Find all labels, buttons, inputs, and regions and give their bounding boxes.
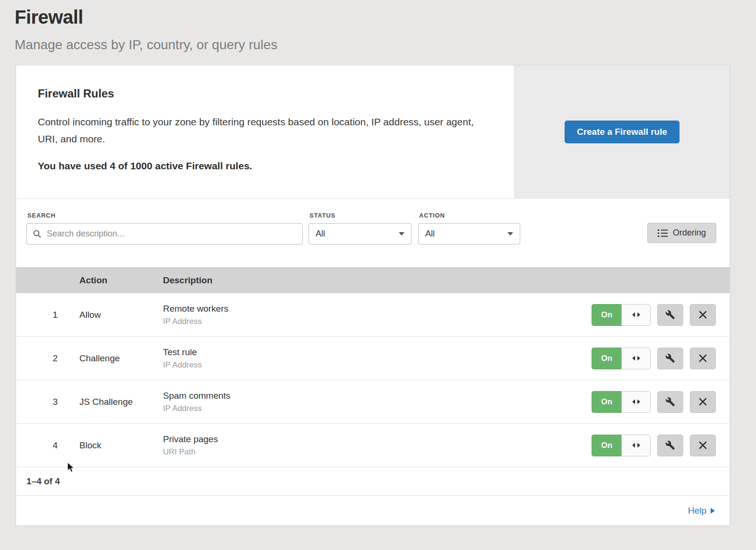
rule-controls: On [592, 304, 716, 326]
page-subtitle: Manage access by IP, country, or query r… [15, 37, 756, 52]
rule-action: Challenge [79, 353, 163, 364]
edit-rule-button[interactable] [657, 435, 683, 456]
edit-rule-button[interactable] [657, 348, 683, 369]
create-firewall-rule-button[interactable]: Create a Firewall rule [565, 121, 679, 143]
rule-toggle[interactable]: On [592, 435, 651, 456]
action-label: ACTION [419, 212, 520, 219]
firewall-rules-info: Firewall Rules Control incoming traffic … [16, 65, 514, 198]
rule-description: Test rule [163, 347, 592, 358]
page-title: Firewall [15, 7, 756, 28]
rule-type: URI Path [163, 447, 592, 457]
rule-description-cell: Test rule IP Address [163, 347, 592, 370]
column-description: Description [163, 275, 730, 286]
firewall-card: Firewall Rules Control incoming traffic … [16, 65, 730, 526]
search-box[interactable] [26, 223, 303, 244]
toggle-arrows-icon[interactable] [621, 391, 651, 413]
ordering-label: Ordering [673, 228, 706, 238]
toggle-arrows-icon[interactable] [621, 304, 651, 326]
delete-rule-button[interactable] [690, 391, 716, 413]
delete-rule-button[interactable] [690, 304, 716, 326]
card-top-section: Firewall Rules Control incoming traffic … [16, 65, 730, 199]
page-header: Firewall Manage access by IP, country, o… [0, 0, 756, 52]
rule-action: Block [79, 440, 163, 451]
right-triangle-icon [711, 508, 715, 514]
search-label: SEARCH [27, 212, 303, 219]
create-rule-panel: Create a Firewall rule [514, 65, 730, 198]
delete-rule-button[interactable] [690, 348, 716, 369]
chevron-down-icon [399, 232, 404, 236]
rule-toggle[interactable]: On [592, 348, 651, 369]
table-row: 2 Challenge Test rule IP Address On [16, 337, 730, 380]
search-input[interactable] [46, 228, 297, 239]
rule-controls: On [592, 391, 716, 413]
status-label: STATUS [309, 212, 412, 219]
toggle-arrows-icon[interactable] [621, 435, 651, 456]
wrench-icon [665, 310, 675, 320]
card-description: Control incoming traffic to your zone by… [38, 113, 486, 147]
help-label: Help [688, 506, 706, 516]
rule-description: Spam comments [163, 391, 592, 401]
rule-description-cell: Spam comments IP Address [163, 391, 592, 413]
ordered-list-icon [658, 229, 668, 237]
delete-rule-button[interactable] [690, 435, 716, 456]
table-row: 3 JS Challenge Spam comments IP Address … [16, 380, 730, 424]
rule-number: 2 [16, 353, 79, 364]
table-header: Action Description [16, 267, 730, 293]
rule-toggle[interactable]: On [592, 304, 651, 326]
toggle-on-label[interactable]: On [592, 435, 621, 456]
rule-action: Allow [79, 310, 163, 320]
toggle-arrows-icon[interactable] [621, 348, 651, 369]
toggle-on-label[interactable]: On [592, 348, 621, 369]
edit-rule-button[interactable] [657, 304, 683, 326]
wrench-icon [665, 353, 675, 363]
action-filter-group: ACTION All [418, 212, 520, 244]
rule-number: 4 [16, 440, 79, 451]
table-row: 1 Allow Remote workers IP Address On [16, 293, 730, 337]
close-icon [699, 311, 707, 319]
usage-text: You have used 4 of 1000 active Firewall … [38, 160, 486, 172]
action-select[interactable]: All [418, 223, 520, 244]
card-title: Firewall Rules [38, 87, 486, 100]
action-value: All [425, 229, 435, 239]
rule-controls: On [592, 348, 716, 369]
rule-type: IP Address [163, 404, 592, 413]
status-select[interactable]: All [309, 223, 412, 244]
chevron-down-icon [507, 232, 513, 236]
ordering-button[interactable]: Ordering [647, 223, 716, 243]
column-action: Action [79, 275, 163, 286]
search-icon [33, 229, 42, 238]
wrench-icon [665, 440, 675, 450]
rule-action: JS Challenge [79, 397, 163, 407]
filter-bar: SEARCH STATUS All ACTION All [16, 199, 730, 267]
search-filter-group: SEARCH [26, 212, 303, 244]
rule-description: Remote workers [163, 304, 592, 314]
edit-rule-button[interactable] [657, 391, 683, 413]
rule-number: 1 [16, 310, 79, 320]
close-icon [699, 441, 707, 449]
help-link[interactable]: Help [688, 506, 715, 516]
rule-description: Private pages [163, 434, 592, 445]
help-row: Help [16, 496, 730, 525]
rule-description-cell: Private pages URI Path [163, 434, 592, 457]
wrench-icon [665, 397, 675, 407]
pagination: 1–4 of 4 [16, 467, 730, 496]
rule-controls: On [592, 435, 716, 456]
rule-description-cell: Remote workers IP Address [163, 304, 592, 326]
close-icon [699, 354, 707, 362]
rule-toggle[interactable]: On [592, 391, 651, 413]
toggle-on-label[interactable]: On [592, 391, 621, 413]
toggle-on-label[interactable]: On [592, 304, 621, 326]
rule-type: IP Address [163, 317, 592, 326]
status-filter-group: STATUS All [309, 212, 412, 244]
status-value: All [316, 229, 325, 239]
rule-number: 3 [16, 397, 79, 407]
rule-type: IP Address [163, 360, 592, 370]
close-icon [699, 398, 707, 406]
table-row: 4 Block Private pages URI Path On [16, 424, 730, 467]
